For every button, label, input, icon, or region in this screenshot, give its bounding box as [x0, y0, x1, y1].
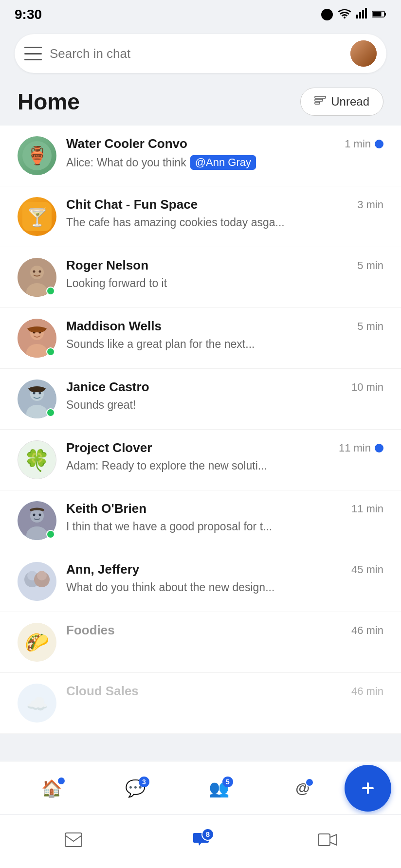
- chat-name: Maddison Wells: [66, 319, 162, 334]
- chat-content: Janice Castro 10 min Sounds great!: [66, 380, 383, 412]
- status-time: 9:30: [15, 7, 42, 22]
- online-indicator: [46, 347, 55, 356]
- status-icons: [321, 8, 386, 21]
- chat-time: 5 min: [357, 259, 383, 272]
- tab-messages[interactable]: 💬 3: [93, 778, 177, 798]
- svg-text:🌮: 🌮: [25, 631, 49, 654]
- chat-preview: Adam: Ready to explore the new soluti...: [66, 459, 267, 472]
- page-title: Home: [18, 89, 80, 115]
- svg-point-35: [39, 514, 41, 516]
- chat-content: Ann, Jeffery 45 min What do you think ab…: [66, 562, 383, 594]
- svg-point-18: [39, 271, 41, 273]
- chat-time: 5 min: [357, 320, 383, 333]
- tab-nav-row: 🏠 💬 3 👥 5 @: [0, 761, 401, 814]
- chat-content: Water Cooler Convo 1 min Alice: What do …: [66, 136, 383, 170]
- hamburger-menu-icon[interactable]: [24, 45, 42, 62]
- chat-time: 10 min: [351, 381, 383, 394]
- chat-preview: Sounds great!: [66, 398, 136, 411]
- avatar-wrap: 🍀: [18, 440, 56, 479]
- chat-preview: I thin that we have a good proposal for …: [66, 520, 272, 533]
- chat-content: Project Clover 11 min Adam: Ready to exp…: [66, 440, 383, 472]
- avatar-wrap: 🍸: [18, 197, 56, 236]
- svg-point-40: [37, 571, 47, 580]
- nav-chat[interactable]: 8: [137, 831, 264, 852]
- svg-text:🏺: 🏺: [26, 145, 48, 166]
- avatar: 🍀: [18, 440, 56, 479]
- chat-name: Project Clover: [66, 440, 152, 455]
- avatar-wrap: 🏺: [18, 136, 56, 175]
- chat-time: 45 min: [351, 563, 383, 576]
- home-badge: [57, 777, 66, 785]
- avatar-header[interactable]: [350, 40, 377, 67]
- chat-list: 🏺 Water Cooler Convo 1 min Alice: What d…: [0, 126, 401, 734]
- svg-rect-48: [318, 834, 330, 846]
- avatar: ☁️: [18, 684, 56, 723]
- svg-text:☁️: ☁️: [26, 693, 48, 714]
- svg-point-34: [33, 514, 36, 516]
- chat-name: Water Cooler Convo: [66, 136, 187, 151]
- online-indicator: [46, 287, 55, 295]
- search-bar[interactable]: [15, 34, 386, 73]
- chat-item[interactable]: Maddison Wells 5 min Sounds like a great…: [0, 308, 401, 369]
- chat-time: 46 min: [351, 685, 383, 698]
- home-header: Home Unread: [0, 73, 401, 126]
- chat-item[interactable]: 🌮 Foodies 46 min: [0, 612, 401, 673]
- avatar: 🍸: [18, 197, 56, 236]
- svg-point-15: [30, 266, 44, 279]
- svg-rect-1: [359, 12, 361, 18]
- chat-item[interactable]: 🏺 Water Cooler Convo 1 min Alice: What d…: [0, 126, 401, 186]
- svg-rect-7: [315, 96, 326, 98]
- chat-preview: Sounds like a great plan for the next...: [66, 338, 255, 350]
- chat-content: Cloud Sales 46 min: [66, 684, 383, 703]
- online-indicator: [46, 530, 55, 539]
- nav-mail[interactable]: [10, 832, 137, 851]
- avatar-wrap: 🌮: [18, 623, 56, 662]
- signal-icon: [356, 8, 367, 21]
- avatar-wrap: [18, 562, 56, 601]
- avatar-wrap: [18, 501, 56, 540]
- chat-content: Keith O'Brien 11 min I thin that we have…: [66, 501, 383, 533]
- chat-item[interactable]: ☁️ Cloud Sales 46 min: [0, 673, 401, 734]
- svg-rect-2: [362, 10, 364, 18]
- camera-dot: [321, 9, 333, 20]
- chat-content: Chit Chat - Fun Space 3 min The cafe has…: [66, 197, 383, 229]
- svg-rect-8: [315, 99, 323, 101]
- unread-button-label: Unread: [331, 95, 369, 108]
- avatar-wrap: [18, 319, 56, 358]
- chat-preview: The cafe has amazing cookies today asga.…: [66, 216, 285, 229]
- chat-item[interactable]: 🍀 Project Clover 11 min Adam: Ready to e…: [0, 430, 401, 490]
- chat-item[interactable]: Roger Nelson 5 min Looking forward to it: [0, 247, 401, 308]
- mention-tag: @Ann Gray: [190, 155, 256, 170]
- chat-preview: What do you think about the new design..…: [66, 581, 274, 594]
- chat-preview: Looking forward to it: [66, 277, 167, 289]
- chat-content: Roger Nelson 5 min Looking forward to it: [66, 258, 383, 290]
- chat-item[interactable]: Keith O'Brien 11 min I thin that we have…: [0, 490, 401, 551]
- chat-item[interactable]: Janice Castro 10 min Sounds great!: [0, 369, 401, 430]
- groups-badge: 5: [222, 777, 233, 787]
- tab-home[interactable]: 🏠: [10, 778, 93, 798]
- avatar: [18, 562, 56, 601]
- chat-time: 3 min: [357, 199, 383, 211]
- avatar-wrap: [18, 258, 56, 297]
- svg-rect-47: [65, 833, 82, 847]
- compose-button[interactable]: [345, 765, 391, 812]
- chat-content: Maddison Wells 5 min Sounds like a great…: [66, 319, 383, 351]
- svg-text:🍀: 🍀: [24, 448, 50, 473]
- avatar: 🏺: [18, 136, 56, 175]
- tab-mentions[interactable]: @: [261, 780, 345, 796]
- unread-dot: [375, 444, 383, 452]
- nav-video[interactable]: [264, 832, 391, 851]
- chat-content: Foodies 46 min: [66, 623, 383, 642]
- svg-point-32: [30, 509, 44, 523]
- unread-filter-button[interactable]: Unread: [300, 88, 383, 116]
- tab-groups[interactable]: 👥 5: [177, 778, 261, 798]
- video-icon: [318, 832, 337, 851]
- avatar-wrap: [18, 380, 56, 418]
- mentions-dot: [305, 778, 314, 787]
- chat-item[interactable]: Ann, Jeffery 45 min What do you think ab…: [0, 551, 401, 612]
- chat-badge: 8: [201, 828, 214, 841]
- chat-item[interactable]: 🍸 Chit Chat - Fun Space 3 min The cafe h…: [0, 186, 401, 247]
- user-avatar-img: [350, 40, 377, 67]
- search-input[interactable]: [50, 46, 343, 61]
- chat-name: Roger Nelson: [66, 258, 148, 273]
